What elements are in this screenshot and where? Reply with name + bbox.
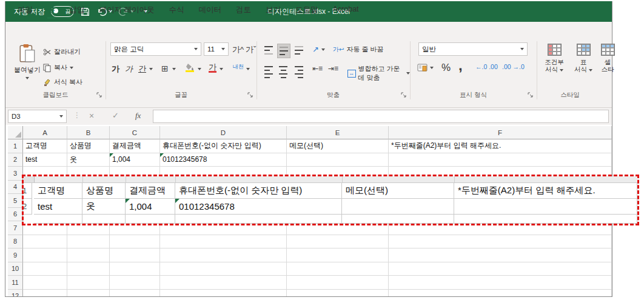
alignment-dialog-launcher[interactable] bbox=[401, 92, 406, 98]
phonetic-chevron[interactable] bbox=[246, 68, 250, 70]
paste-button[interactable]: 붙여넣기 bbox=[14, 44, 41, 79]
cell-E12[interactable] bbox=[287, 290, 389, 297]
tab-페이지 레이아웃[interactable]: 페이지 레이아웃 bbox=[92, 2, 162, 18]
shrink-font-button[interactable]: 가ˇ bbox=[246, 44, 256, 55]
bottom-align-button[interactable] bbox=[293, 44, 305, 57]
cell-B2[interactable]: 옷 bbox=[67, 153, 110, 167]
cell-C10[interactable] bbox=[110, 262, 160, 276]
cell-styles-button[interactable]: 셀스타 bbox=[599, 44, 617, 73]
tab-홈[interactable]: 홈 bbox=[40, 2, 62, 18]
cell-F2[interactable] bbox=[389, 153, 612, 167]
clipboard-dialog-launcher[interactable] bbox=[96, 92, 102, 98]
format-as-table-chevron[interactable] bbox=[589, 69, 592, 72]
bold-button[interactable]: 가 bbox=[112, 64, 119, 75]
cell-D12[interactable] bbox=[160, 290, 287, 297]
decrease-decimal-button[interactable]: .00 →.0 bbox=[502, 63, 525, 70]
row-header-3[interactable]: 3 bbox=[8, 167, 23, 181]
cell-A2[interactable]: test bbox=[23, 153, 67, 167]
tab-보기[interactable]: 보기 bbox=[258, 2, 288, 18]
row-header-2[interactable]: 2 bbox=[8, 153, 23, 167]
align-right-button[interactable] bbox=[293, 64, 305, 81]
cell-E8[interactable] bbox=[287, 235, 389, 249]
cell-A9[interactable] bbox=[23, 248, 67, 262]
number-format-select[interactable]: 일반 bbox=[418, 42, 528, 56]
cell-A8[interactable] bbox=[23, 235, 67, 249]
fill-color-button[interactable] bbox=[186, 63, 194, 72]
column-header-B[interactable]: B bbox=[67, 126, 110, 139]
column-header-A[interactable]: A bbox=[23, 126, 67, 139]
cell-B1[interactable]: 상품명 bbox=[67, 139, 110, 153]
cell-E10[interactable] bbox=[287, 262, 389, 276]
cell-E2[interactable] bbox=[287, 153, 389, 167]
cell-D8[interactable] bbox=[160, 235, 287, 249]
cell-B11[interactable] bbox=[67, 276, 110, 290]
align-left-button[interactable] bbox=[263, 64, 275, 81]
align-center-button[interactable] bbox=[277, 64, 289, 81]
decrease-indent-button[interactable]: ⇤≡ bbox=[312, 64, 323, 73]
cell-A11[interactable] bbox=[23, 276, 67, 290]
phonetic-button[interactable]: 내천 bbox=[233, 64, 244, 70]
copy-chevron[interactable] bbox=[70, 67, 73, 69]
column-header-C[interactable]: C bbox=[110, 126, 160, 139]
cell-B8[interactable] bbox=[67, 235, 110, 249]
merge-center-button[interactable]: ↔ 병합하고 가운데 맞춤 bbox=[347, 64, 410, 82]
conditional-formatting-button[interactable]: 조건부서식 bbox=[540, 44, 568, 73]
cell-F11[interactable] bbox=[389, 276, 612, 290]
font-name-select[interactable]: 맑은 고딕 bbox=[110, 42, 201, 56]
column-header-E[interactable]: E bbox=[287, 126, 389, 139]
fill-color-chevron[interactable] bbox=[198, 68, 201, 70]
row-header-6[interactable]: 6 bbox=[8, 208, 23, 222]
name-box[interactable]: D3 bbox=[8, 110, 67, 123]
italic-button[interactable]: 가 bbox=[125, 64, 133, 75]
tab-도움말[interactable]: 도움말 bbox=[288, 2, 326, 18]
conditional-chevron[interactable] bbox=[560, 69, 563, 72]
increase-indent-button[interactable]: ⇥≡ bbox=[328, 64, 338, 73]
row-header-1[interactable]: 1 bbox=[8, 139, 23, 153]
percent-button[interactable]: % bbox=[441, 62, 451, 74]
cell-D10[interactable] bbox=[160, 262, 287, 276]
tab-파일[interactable]: 파일 bbox=[10, 2, 40, 18]
top-align-button[interactable] bbox=[263, 44, 275, 57]
cell-F12[interactable] bbox=[389, 290, 612, 297]
borders-button[interactable]: ⊞ bbox=[161, 64, 169, 73]
cell-C11[interactable] bbox=[110, 276, 160, 290]
cell-C8[interactable] bbox=[110, 235, 160, 249]
font-color-chevron[interactable] bbox=[220, 68, 223, 70]
cell-B9[interactable] bbox=[67, 248, 110, 262]
cell-C1[interactable]: 결제금액 bbox=[110, 139, 160, 153]
comma-button[interactable]: , bbox=[458, 57, 463, 74]
cell-D9[interactable] bbox=[160, 248, 287, 262]
row-header-4[interactable]: 4 bbox=[8, 181, 23, 195]
tab-삽입[interactable]: 삽입 bbox=[62, 2, 92, 18]
column-header-D[interactable]: D bbox=[160, 126, 287, 139]
cut-button[interactable]: 잘라내기 bbox=[43, 47, 81, 56]
tab-Acrobat[interactable]: Acrobat bbox=[325, 2, 366, 18]
tab-검토[interactable]: 검토 bbox=[229, 2, 258, 18]
middle-align-button[interactable] bbox=[277, 44, 290, 58]
row-header-11[interactable]: 11 bbox=[8, 276, 23, 290]
underline-chevron[interactable] bbox=[149, 68, 153, 70]
cell-C9[interactable] bbox=[110, 248, 160, 262]
cell-D2[interactable]: 01012345678 bbox=[160, 153, 287, 167]
cell-F10[interactable] bbox=[389, 262, 612, 276]
cell-C2[interactable]: 1,004 bbox=[110, 153, 160, 167]
format-as-table-button[interactable]: 표서식 bbox=[571, 44, 596, 73]
cell-A1[interactable]: 고객명 bbox=[23, 139, 67, 153]
cell-B10[interactable] bbox=[67, 262, 110, 276]
cell-B12[interactable] bbox=[67, 290, 110, 297]
underline-button[interactable]: 간 bbox=[138, 64, 146, 75]
format-painter-button[interactable]: 서식 복사 bbox=[43, 78, 82, 87]
row-header-7[interactable]: 7 bbox=[8, 221, 23, 235]
wrap-text-button[interactable]: 가↩ 자동 줄 바꿈 bbox=[333, 45, 384, 54]
font-color-button[interactable]: 가 bbox=[209, 63, 216, 73]
column-header-F[interactable]: F bbox=[389, 126, 612, 139]
increase-decimal-button[interactable]: ←.0 .00 bbox=[475, 63, 498, 70]
copy-button[interactable]: 복사 bbox=[43, 63, 73, 72]
cell-C12[interactable] bbox=[110, 290, 160, 297]
select-all-button[interactable] bbox=[8, 126, 23, 139]
orientation-button[interactable]: ↗ bbox=[312, 45, 325, 54]
insert-function-button[interactable]: fx bbox=[135, 111, 141, 121]
orientation-chevron[interactable] bbox=[321, 48, 325, 51]
row-header-9[interactable]: 9 bbox=[8, 248, 23, 262]
cell-E9[interactable] bbox=[287, 248, 389, 262]
